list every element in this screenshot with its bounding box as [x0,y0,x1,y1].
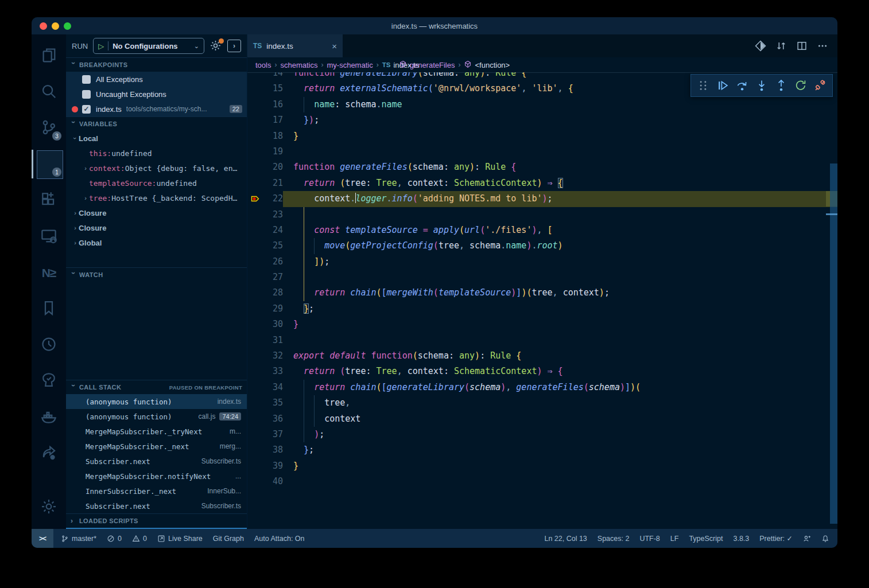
line-number[interactable]: 18 [262,128,283,144]
line-number[interactable]: 31 [262,333,283,348]
status-notifications[interactable] [821,529,829,548]
code-line-content[interactable]: } [283,317,837,332]
gutter-breakpoint-area[interactable] [247,270,262,285]
split-editor-icon[interactable] [796,40,808,52]
line-number[interactable]: 23 [262,207,283,223]
gutter-breakpoint-area[interactable] [247,380,262,395]
step-out-button[interactable] [771,76,791,95]
line-number[interactable]: 38 [262,442,283,458]
call-stack-section-header[interactable]: › CALL STACK PAUSED ON BREAKPOINT [66,380,247,394]
code-line-content[interactable]: return (tree: Tree, context: SchematicCo… [283,364,837,379]
gutter-breakpoint-area[interactable] [247,427,262,442]
line-number[interactable]: 14 [262,72,283,81]
line-number[interactable]: 37 [262,427,283,442]
code-line-content[interactable]: return (tree: Tree, context: SchematicCo… [283,176,837,191]
gutter-breakpoint-area[interactable] [247,159,262,175]
vertical-scrollbar[interactable] [830,163,837,524]
line-number[interactable]: 17 [262,112,283,128]
gutter-breakpoint-area[interactable] [247,72,262,81]
line-number[interactable]: 32 [262,348,283,364]
scope-row-closure[interactable]: ›Closure [66,205,247,220]
line-number[interactable]: 25 [262,238,283,254]
code-line-content[interactable]: move(getProjectConfig(tree, schema.name)… [283,238,837,254]
status-auto-attach[interactable]: Auto Attach: On [249,529,310,548]
status-problems-errors[interactable]: 0 [102,529,127,548]
stack-frame-row[interactable]: (anonymous function)index.ts [66,394,247,409]
gutter-breakpoint-area[interactable] [247,458,262,474]
code-editor[interactable]: 14function generateLibrary(schema: any):… [247,72,837,529]
status-language-mode[interactable]: TypeScript [689,529,723,548]
variable-row-tree[interactable]: ›tree: HostTree {_backend: ScopedH… [66,190,247,205]
breadcrumb-schematics[interactable]: schematics [280,61,317,69]
breakpoints-section-header[interactable]: › BREAKPOINTS [66,57,247,72]
stack-frame-row[interactable]: InnerSubscriber._nextInnerSub... [66,484,247,499]
status-indentation[interactable]: Spaces: 2 [598,529,630,548]
gutter-breakpoint-area[interactable] [247,238,262,254]
debug-settings-gear[interactable] [210,40,222,52]
activity-item-share[interactable] [32,435,66,472]
variable-row-templateSource[interactable]: templateSource: undefined [66,176,247,190]
status-live-share[interactable]: Live Share [152,529,208,548]
launch-configuration-dropdown[interactable]: ▷ No Configurations ⌄ [93,38,204,54]
line-number[interactable]: 40 [262,474,283,489]
variable-row-this[interactable]: this: undefined [66,146,247,161]
open-changes-icon[interactable] [755,40,766,52]
tab-index-ts[interactable]: TS index.ts × [247,34,343,57]
breadcrumb-indexts[interactable]: TSindex.ts [382,61,390,69]
status-feedback[interactable] [803,529,811,548]
code-line-content[interactable]: }); [283,112,837,128]
scope-row-local[interactable]: ›Local [66,131,247,146]
line-number[interactable]: 30 [262,317,283,332]
gutter-breakpoint-area[interactable] [247,442,262,458]
activity-item-testing[interactable] [32,363,66,399]
gutter-breakpoint-area[interactable] [247,97,262,112]
status-prettier[interactable]: Prettier: ✓ [759,529,793,548]
activity-item-explorer[interactable] [32,38,66,74]
stack-frame-row[interactable]: MergeMapSubscriber._nextmerg... [66,439,247,454]
breadcrumb-function[interactable]: <function> [464,61,471,69]
gutter-breakpoint-area[interactable] [247,176,262,191]
gutter-breakpoint-area[interactable] [247,348,262,364]
code-line-content[interactable]: function generateFiles(schema: any): Rul… [283,159,837,175]
gutter-breakpoint-area[interactable] [247,301,262,317]
continue-button[interactable] [713,76,732,95]
code-line-content[interactable]: return chain([generateLibrary(schema), g… [283,380,837,395]
compare-changes-icon[interactable] [775,40,787,52]
debug-console-button[interactable]: › [227,40,241,52]
gutter-breakpoint-area[interactable] [247,128,262,144]
gutter-breakpoint-area[interactable] [247,223,262,238]
code-line-content[interactable]: name: schema.name [283,97,837,112]
code-line-content[interactable]: const templateSource = apply(url('./file… [283,223,837,238]
code-line-content[interactable]: }; [283,301,837,317]
breakpoint-row[interactable]: Uncaught Exceptions [66,87,247,102]
line-number[interactable]: 33 [262,364,283,379]
line-number[interactable]: 36 [262,411,283,427]
breakpoint-row[interactable]: ✓index.tstools/schematics/my-sch...22 [66,102,247,116]
gutter-breakpoint-area[interactable] [247,317,262,332]
code-line-content[interactable] [283,270,837,285]
code-line-content[interactable]: context [283,411,837,427]
line-number[interactable]: 26 [262,254,283,270]
gutter-breakpoint-area[interactable] [247,395,262,411]
breadcrumb-tools[interactable]: tools [255,61,271,69]
breadcrumb-generateFiles[interactable]: generateFiles [399,60,455,70]
line-number[interactable]: 19 [262,144,283,159]
gutter-breakpoint-area[interactable] [247,285,262,301]
variable-row-context[interactable]: ›context: Object {debug: false, en… [66,161,247,176]
line-number[interactable]: 28 [262,285,283,301]
gutter-breakpoint-area[interactable] [247,112,262,128]
gutter-breakpoint-area[interactable] [247,81,262,96]
code-line-content[interactable]: ]); [283,254,837,270]
gutter-breakpoint-area[interactable] [247,474,262,489]
status-cursor-position[interactable]: Ln 22, Col 13 [544,529,587,548]
code-line-content[interactable]: }; [283,442,837,458]
code-line-content[interactable]: tree, [283,395,837,411]
line-number[interactable]: 24 [262,223,283,238]
step-over-button[interactable] [732,76,752,95]
line-number[interactable]: 20 [262,159,283,175]
activity-item-docker[interactable] [32,399,66,435]
code-line-content[interactable]: } [283,458,837,474]
close-tab-icon[interactable]: × [332,41,337,51]
stack-frame-row[interactable]: Subscriber.nextSubscriber.ts [66,454,247,469]
status-encoding[interactable]: UTF-8 [639,529,659,548]
